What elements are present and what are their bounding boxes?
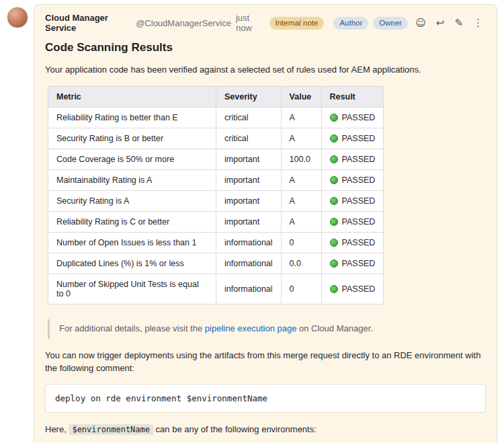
value-cell: 0.0	[281, 253, 321, 274]
result-cell: PASSED	[321, 232, 384, 253]
deploy-instructions-text: You can now trigger deployments using th…	[45, 350, 486, 375]
metric-cell: Duplicated Lines (%) is 1% or less	[48, 253, 216, 274]
metric-cell: Number of Skipped Unit Tests is equal to…	[48, 274, 216, 304]
passed-status-icon	[330, 114, 338, 122]
passed-status-icon	[330, 176, 338, 184]
code-scanning-results-table: Metric Severity Value Result Reliability…	[48, 86, 384, 305]
metric-cell: Security Rating is A	[48, 190, 216, 211]
table-row: Reliability Rating is better than E crit…	[48, 107, 384, 128]
more-options-icon[interactable]: ⋮	[470, 17, 486, 30]
table-row: Number of Open Issues is less than 1 inf…	[48, 232, 384, 253]
header-result: Result	[321, 86, 384, 107]
result-label: PASSED	[342, 134, 376, 143]
avatar[interactable]	[7, 7, 28, 28]
value-cell: 100.0	[281, 149, 321, 169]
result-label: PASSED	[342, 217, 376, 227]
header-metric: Metric	[48, 86, 216, 107]
environment-name-text: Here, $environmentName can be any of the…	[45, 424, 486, 436]
value-cell: A	[281, 107, 321, 128]
author-name[interactable]: Cloud Manager Service	[45, 13, 131, 33]
severity-cell: important	[216, 190, 282, 211]
internal-note-badge: Internal note	[269, 17, 325, 30]
result-cell: PASSED	[321, 274, 384, 304]
severity-cell: informational	[216, 232, 282, 253]
severity-cell: critical	[216, 107, 282, 128]
value-cell: A	[281, 169, 321, 190]
timestamp[interactable]: just now	[236, 13, 265, 33]
table-row: Duplicated Lines (%) is 1% or less infor…	[48, 253, 384, 274]
quote-prefix: For additional details, please visit the	[59, 323, 205, 333]
intro-text: Your application code has been verified …	[45, 64, 486, 77]
table-header-row: Metric Severity Value Result	[48, 86, 384, 107]
passed-status-icon	[330, 259, 338, 268]
reply-icon[interactable]: ↩	[433, 17, 448, 30]
value-cell: A	[281, 190, 321, 211]
result-cell: PASSED	[321, 128, 384, 149]
deploy-command-code-block: deploy on rde environment $environmentNa…	[45, 384, 486, 413]
passed-status-icon	[330, 155, 338, 163]
result-cell: PASSED	[321, 169, 384, 190]
value-cell: A	[281, 211, 321, 232]
table-row: Code Coverage is 50% or more important 1…	[48, 149, 384, 169]
page: Cloud Manager Service @CloudManagerServi…	[0, 0, 504, 443]
passed-status-icon	[330, 285, 338, 293]
additional-details-quote: For additional details, please visit the…	[48, 319, 486, 339]
result-label: PASSED	[342, 155, 376, 164]
result-cell: PASSED	[321, 149, 384, 169]
passed-status-icon	[330, 197, 338, 205]
result-label: PASSED	[342, 238, 376, 247]
add-reaction-icon[interactable]: ☺	[413, 17, 429, 30]
value-cell: 0	[281, 232, 321, 253]
author-badge: Author	[333, 17, 368, 30]
table-row: Security Rating is A important A PASSED	[48, 190, 384, 211]
environment-name-inline-code: $environmentName	[69, 424, 153, 435]
edit-icon[interactable]: ✎	[452, 17, 466, 30]
severity-cell: informational	[216, 253, 282, 274]
result-label: PASSED	[342, 259, 376, 268]
value-cell: A	[281, 128, 321, 149]
quote-suffix: on Cloud Manager.	[296, 323, 372, 333]
header-value: Value	[281, 86, 321, 107]
severity-cell: important	[216, 169, 282, 190]
result-label: PASSED	[342, 113, 376, 122]
metric-cell: Maintainability Rating is A	[48, 169, 216, 190]
internal-note-card: Cloud Manager Service @CloudManagerServi…	[34, 4, 497, 443]
header-severity: Severity	[216, 86, 282, 107]
passed-status-icon	[330, 134, 338, 143]
metric-cell: Code Coverage is 50% or more	[48, 149, 216, 169]
table-row: Security Rating is B or better critical …	[48, 128, 384, 149]
metric-cell: Reliability Rating is better than E	[48, 107, 216, 128]
result-label: PASSED	[342, 196, 376, 206]
value-cell: 0	[281, 274, 321, 304]
severity-cell: important	[216, 211, 282, 232]
result-label: PASSED	[342, 284, 376, 294]
passed-status-icon	[330, 218, 338, 226]
env-line-suffix: can be any of the following environments…	[153, 424, 317, 434]
result-label: PASSED	[342, 175, 376, 185]
result-cell: PASSED	[321, 190, 384, 211]
table-row: Number of Skipped Unit Tests is equal to…	[48, 274, 384, 304]
metric-cell: Security Rating is B or better	[48, 128, 216, 149]
owner-badge: Owner	[373, 17, 408, 30]
page-title: Code Scanning Results	[45, 41, 486, 54]
result-cell: PASSED	[321, 107, 384, 128]
severity-cell: informational	[216, 274, 282, 304]
result-cell: PASSED	[321, 211, 384, 232]
result-cell: PASSED	[321, 253, 384, 274]
pipeline-execution-page-link[interactable]: pipeline execution page	[205, 323, 297, 333]
table-row: Reliability Rating is C or better import…	[48, 211, 384, 232]
severity-cell: important	[216, 149, 282, 169]
note-row: Cloud Manager Service @CloudManagerServi…	[7, 4, 497, 443]
note-header: Cloud Manager Service @CloudManagerServi…	[45, 13, 486, 33]
passed-status-icon	[330, 239, 338, 247]
metric-cell: Reliability Rating is C or better	[48, 211, 216, 232]
env-line-prefix: Here,	[45, 424, 69, 434]
author-username[interactable]: @CloudManagerService	[136, 18, 231, 28]
metric-cell: Number of Open Issues is less than 1	[48, 232, 216, 253]
severity-cell: critical	[216, 128, 282, 149]
table-row: Maintainability Rating is A important A …	[48, 169, 384, 190]
